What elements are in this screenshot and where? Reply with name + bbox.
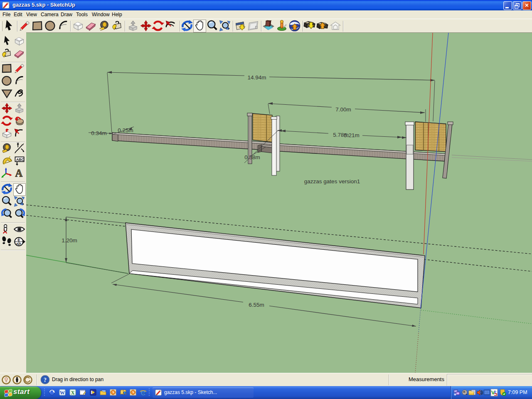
svg-text:gazzas gates version1: gazzas gates version1 <box>304 178 360 185</box>
svg-text:?: ? <box>44 377 47 383</box>
svg-text:X: X <box>71 390 75 396</box>
svg-text:C: C <box>17 238 20 242</box>
svg-text:6.55m: 6.55m <box>249 302 264 308</box>
svg-text:W: W <box>60 390 65 396</box>
svg-text:A-5: A-5 <box>16 242 21 246</box>
svg-text:ABC: ABC <box>16 158 25 162</box>
svg-text:0.58m: 0.58m <box>244 154 260 160</box>
svg-text:14.94m: 14.94m <box>247 74 266 81</box>
svg-text:5.21m: 5.21m <box>344 132 360 138</box>
svg-text:7.00m: 7.00m <box>335 106 351 113</box>
svg-text:A: A <box>15 167 22 179</box>
svg-text:1.20m: 1.20m <box>62 237 77 244</box>
